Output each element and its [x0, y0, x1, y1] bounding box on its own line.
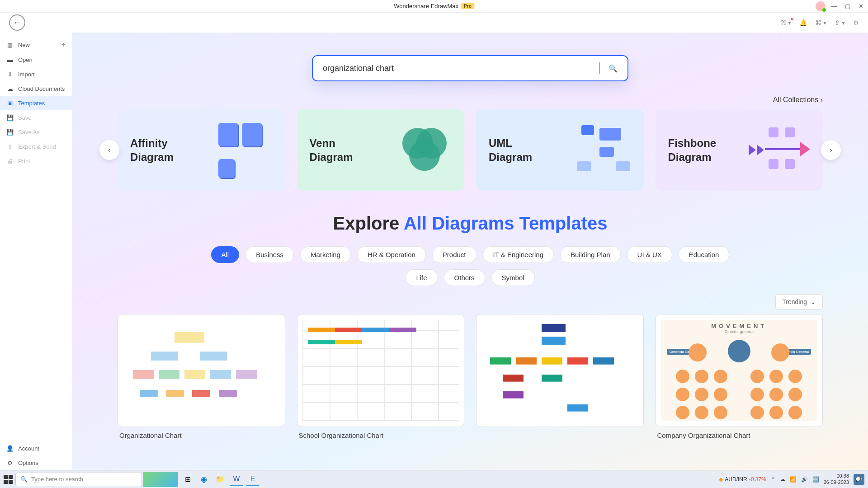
- share-icon[interactable]: ⇪ ▾: [835, 19, 845, 26]
- sidebar: ▦ New + ▬ Open ⇩ Import ☁ Cloud Document…: [0, 33, 72, 470]
- plus-icon[interactable]: +: [61, 41, 66, 49]
- venn-icon: [397, 123, 452, 177]
- word-icon[interactable]: W: [230, 473, 243, 486]
- template-card[interactable]: School Organizational Chart: [297, 314, 465, 439]
- settings-icon[interactable]: ⚙: [853, 19, 859, 26]
- save-icon: 💾: [6, 114, 14, 121]
- print-icon: 🖨: [6, 157, 14, 164]
- start-button[interactable]: [4, 475, 13, 484]
- gear-icon: ⚙: [6, 459, 14, 466]
- carousel-next-button[interactable]: ›: [821, 140, 841, 160]
- pro-badge: Pro: [461, 3, 474, 9]
- explorer-icon[interactable]: 📁: [213, 473, 227, 486]
- template-card[interactable]: [476, 314, 644, 439]
- onedrive-icon[interactable]: ☁: [780, 476, 785, 483]
- sidebar-item-templates[interactable]: ▣ Templates: [0, 96, 72, 110]
- text-cursor: [599, 62, 599, 74]
- carousel-prev-button[interactable]: ‹: [99, 140, 119, 160]
- filter-hr[interactable]: HR & Operation: [357, 246, 426, 263]
- filter-life[interactable]: Life: [406, 269, 437, 286]
- help-icon[interactable]: ?⃝ ▾: [780, 19, 791, 26]
- category-card-fishbone[interactable]: Fishbone Diagram: [656, 109, 823, 191]
- cloud-icon: ☁: [6, 85, 14, 92]
- sidebar-label: New: [18, 42, 30, 48]
- minimize-button[interactable]: ―: [831, 3, 837, 9]
- filter-marketing[interactable]: Marketing: [300, 246, 351, 263]
- sidebar-item-new[interactable]: ▦ New +: [0, 37, 72, 52]
- volume-icon[interactable]: 🔊: [801, 476, 808, 483]
- template-thumbnail: [485, 320, 635, 421]
- sidebar-label: Export & Send: [18, 143, 56, 150]
- category-card-venn[interactable]: Venn Diagram: [297, 109, 465, 191]
- windows-taskbar: 🔍 Type here to search ⊞ ◉ 📁 W E ◆ AUD/IN…: [0, 470, 868, 488]
- all-collections-link[interactable]: All Collections ›: [773, 96, 823, 103]
- filter-product[interactable]: Product: [432, 246, 476, 263]
- tray-chevron-icon[interactable]: ⌃: [771, 476, 775, 483]
- app-title: Wondershare EdrawMax: [394, 3, 458, 9]
- weather-widget[interactable]: [143, 472, 178, 487]
- template-title: School Organizational Chart: [297, 432, 465, 439]
- sidebar-label: Import: [18, 71, 35, 78]
- sidebar-label: Account: [18, 445, 39, 452]
- back-button[interactable]: ←: [9, 14, 25, 31]
- search-icon[interactable]: 🔍: [609, 64, 618, 73]
- filter-symbol[interactable]: Symbol: [491, 269, 535, 286]
- sidebar-label: Save As: [18, 129, 40, 136]
- sidebar-item-account[interactable]: 👤 Account: [0, 441, 72, 455]
- sidebar-item-open[interactable]: ▬ Open: [0, 52, 72, 67]
- edge-icon[interactable]: ◉: [197, 473, 211, 486]
- toolbar: ← ?⃝ ▾ 🔔 ⌘ ▾ ⇪ ▾ ⚙: [0, 13, 868, 33]
- arrow-left-icon: ←: [13, 18, 21, 28]
- grid-icon[interactable]: ⌘ ▾: [815, 19, 826, 26]
- search-input[interactable]: [323, 64, 595, 73]
- category-title: UML Diagram: [489, 136, 532, 164]
- sidebar-item-import[interactable]: ⇩ Import: [0, 67, 72, 81]
- bell-icon[interactable]: 🔔: [799, 19, 807, 26]
- affinity-icon: [218, 123, 273, 177]
- notification-center[interactable]: 💬1: [854, 474, 864, 485]
- template-thumbnail: [302, 320, 459, 421]
- user-avatar[interactable]: [816, 1, 826, 11]
- filter-uiux[interactable]: UI & UX: [627, 246, 672, 263]
- filter-building[interactable]: Building Plan: [560, 246, 621, 263]
- filter-all[interactable]: All: [211, 246, 240, 263]
- sidebar-label: Cloud Documents: [18, 85, 65, 92]
- filter-it[interactable]: IT & Engineering: [483, 246, 554, 263]
- content-area: 🔍 All Collections › ‹ › Affinity Diagram…: [72, 33, 868, 470]
- clock[interactable]: 00:38 26-09-2023: [824, 473, 849, 485]
- filter-education[interactable]: Education: [679, 246, 730, 263]
- export-icon: ⇧: [6, 143, 14, 150]
- template-thumbnail: [126, 326, 276, 415]
- category-card-uml[interactable]: UML Diagram: [476, 109, 644, 191]
- filter-business[interactable]: Business: [245, 246, 294, 263]
- sort-label: Trending: [782, 298, 807, 305]
- search-box[interactable]: 🔍: [312, 55, 628, 81]
- user-icon: 👤: [6, 445, 14, 452]
- sidebar-item-cloud[interactable]: ☁ Cloud Documents: [0, 81, 72, 96]
- search-icon: 🔍: [20, 476, 28, 483]
- category-card-affinity[interactable]: Affinity Diagram: [118, 109, 285, 191]
- edrawmax-icon[interactable]: E: [246, 473, 259, 486]
- svg-point-2: [409, 140, 440, 171]
- taskbar-search[interactable]: 🔍 Type here to search: [15, 473, 142, 486]
- sidebar-label: Save: [18, 114, 32, 121]
- close-button[interactable]: ✕: [859, 3, 863, 9]
- sort-select[interactable]: Trending ⌄: [775, 294, 823, 310]
- sidebar-item-options[interactable]: ⚙ Options: [0, 455, 72, 470]
- template-card[interactable]: Organizational Chart: [118, 314, 285, 439]
- stock-widget[interactable]: ◆ AUD/INR -0.37%: [719, 476, 766, 483]
- filter-row: All Business Marketing HR & Operation Pr…: [72, 246, 868, 286]
- wifi-icon[interactable]: 📶: [790, 476, 797, 483]
- uml-icon: [577, 125, 631, 175]
- category-title: Fishbone Diagram: [668, 136, 717, 164]
- template-card[interactable]: MOVEMENT Director general Gerencia Gener…: [656, 314, 823, 439]
- maximize-button[interactable]: ▢: [845, 3, 850, 9]
- template-title: Organizational Chart: [118, 432, 285, 439]
- sidebar-item-save: 💾 Save: [0, 110, 72, 125]
- chevron-down-icon: ⌄: [811, 298, 816, 305]
- template-title: Company Organizational Chart: [656, 432, 823, 439]
- language-icon[interactable]: 🔤: [812, 476, 819, 483]
- filter-others[interactable]: Others: [444, 269, 485, 286]
- task-view-icon[interactable]: ⊞: [181, 473, 194, 486]
- explore-heading: Explore All Diagrams Templates: [72, 213, 868, 234]
